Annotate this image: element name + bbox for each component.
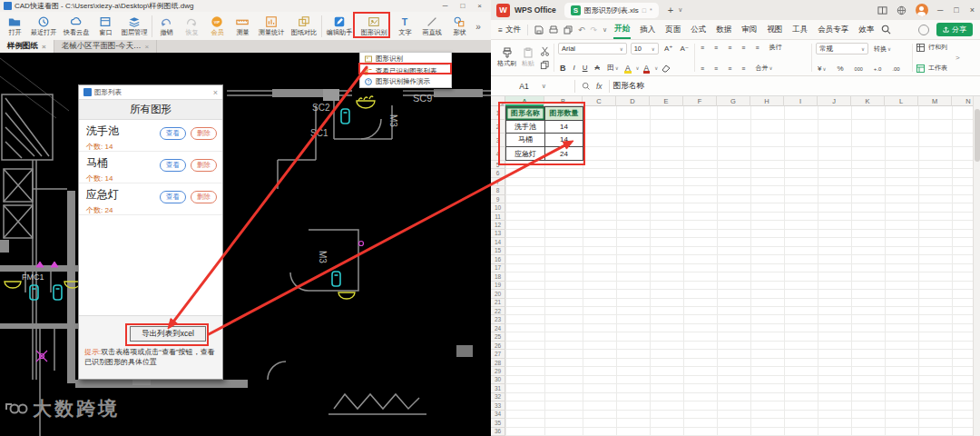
convert-button[interactable]: 转换∨ bbox=[872, 45, 893, 54]
document-tab[interactable]: S 图形识别列表.xls □ * bbox=[564, 3, 659, 18]
cell-A4[interactable]: 应急灯 bbox=[506, 147, 545, 161]
dialog-close-icon[interactable]: × bbox=[213, 88, 218, 97]
row-header-27[interactable]: 27 bbox=[491, 350, 505, 358]
row-header-24[interactable]: 24 bbox=[491, 324, 505, 332]
wrap-text-button[interactable]: 换行 bbox=[767, 43, 783, 52]
cell-B3[interactable]: 14 bbox=[545, 134, 583, 147]
justify-button[interactable]: ≡ bbox=[740, 65, 747, 72]
user-avatar[interactable] bbox=[916, 4, 928, 16]
row-header-9[interactable]: 9 bbox=[491, 195, 505, 203]
align-top-button[interactable]: ≡ bbox=[699, 45, 706, 51]
row-header-15[interactable]: 15 bbox=[491, 247, 505, 255]
wps-menu-开始[interactable]: 开始 bbox=[613, 21, 631, 39]
toolbar-vip-button[interactable]: VIP 会员 bbox=[204, 14, 230, 40]
wps-close-icon[interactable]: × bbox=[970, 5, 975, 15]
row-header-14[interactable]: 14 bbox=[491, 238, 505, 246]
row-header-20[interactable]: 20 bbox=[491, 290, 505, 298]
list-item-sink[interactable]: 洗手池 个数: 14 查看 删除 bbox=[79, 120, 222, 152]
row-header-25[interactable]: 25 bbox=[491, 332, 505, 341]
column-header-E[interactable]: E bbox=[650, 96, 683, 106]
column-header-M[interactable]: M bbox=[918, 96, 952, 106]
vertical-scrollbar[interactable] bbox=[973, 96, 980, 436]
redo-icon[interactable]: ↷ bbox=[591, 25, 598, 35]
toolbar-draw-line-button[interactable]: 画直线 bbox=[417, 14, 446, 40]
wps-menu-效率[interactable]: 效率 bbox=[858, 22, 875, 38]
toolbar-shapes-button[interactable]: 形状 bbox=[446, 14, 472, 40]
wps-minimize-icon[interactable]: ─ bbox=[937, 5, 943, 15]
cell-A3[interactable]: 马桶 bbox=[506, 134, 545, 147]
list-item-toilet[interactable]: 马桶 个数: 14 查看 删除 bbox=[79, 152, 222, 183]
highlight-color-button[interactable]: A bbox=[624, 64, 632, 72]
share-button[interactable]: 分享 bbox=[936, 23, 973, 36]
row-header-28[interactable]: 28 bbox=[491, 359, 505, 367]
copy-icon[interactable] bbox=[564, 25, 573, 35]
tab-pin-icon[interactable]: □ bbox=[642, 7, 646, 14]
menu-item-view-recognized-list[interactable]: 查看已识别图形列表 bbox=[360, 66, 451, 76]
rows-cols-button[interactable]: 行和列 bbox=[916, 43, 951, 52]
increase-indent-button[interactable]: ≡ bbox=[753, 45, 760, 51]
toolbar-text-button[interactable]: T 文字 bbox=[392, 14, 417, 40]
format-painter-button[interactable]: 格式刷 bbox=[497, 47, 516, 68]
cell-B1[interactable]: 图形数量 bbox=[545, 107, 583, 121]
row-header-11[interactable]: 11 bbox=[491, 213, 505, 221]
align-center-button[interactable]: ≡ bbox=[712, 65, 720, 72]
row-header-2[interactable]: 2 bbox=[491, 120, 505, 134]
row-header-35[interactable]: 35 bbox=[491, 419, 505, 427]
decrease-decimal-button[interactable]: .00 bbox=[890, 66, 901, 72]
row-header-1[interactable]: 1 bbox=[491, 106, 505, 120]
formula-content[interactable]: 图形名称 bbox=[613, 81, 644, 92]
row-header-34[interactable]: 34 bbox=[491, 411, 505, 419]
font-size-select[interactable]: 10∨ bbox=[631, 43, 659, 54]
view-button[interactable]: 查看 bbox=[160, 159, 186, 172]
column-header-B[interactable]: B bbox=[544, 96, 583, 106]
toolbar-cloud-button[interactable]: 快看云盘 bbox=[60, 14, 93, 40]
cad-minimize-icon[interactable]: ─ bbox=[443, 2, 448, 10]
underline-button[interactable]: U bbox=[581, 64, 590, 72]
split-view-icon[interactable] bbox=[877, 5, 887, 15]
wps-menu-会员专享[interactable]: 会员专享 bbox=[817, 22, 849, 38]
currency-button[interactable]: ¥∨ bbox=[816, 64, 828, 73]
view-button[interactable]: 查看 bbox=[160, 191, 186, 203]
column-header-G[interactable]: G bbox=[717, 96, 750, 106]
globe-icon[interactable] bbox=[897, 5, 906, 15]
toolbar-measure-button[interactable]: 测量 bbox=[230, 14, 255, 40]
new-tab-button[interactable]: + bbox=[668, 5, 673, 15]
row-header-7[interactable]: 7 bbox=[491, 178, 505, 186]
row-header-23[interactable]: 23 bbox=[491, 315, 505, 323]
toolbar-recent-button[interactable]: 最近打开 bbox=[27, 14, 60, 40]
toolbar-more-icon[interactable]: » bbox=[472, 22, 485, 32]
toolbar-shape-recognition-button[interactable]: 图形识别 bbox=[356, 14, 392, 40]
ribbon-expand-icon[interactable]: > bbox=[954, 42, 962, 74]
wps-menu-审阅[interactable]: 审阅 bbox=[740, 22, 758, 38]
merge-cells-button[interactable]: 合并∨ bbox=[753, 64, 774, 73]
list-item-emergency-light[interactable]: 应急灯 个数: 24 查看 删除 bbox=[79, 183, 222, 215]
wps-menu-数据[interactable]: 数据 bbox=[715, 22, 732, 38]
align-left-button[interactable]: ≡ bbox=[699, 65, 706, 72]
row-header-32[interactable]: 32 bbox=[491, 393, 505, 401]
tab-close-icon[interactable]: × bbox=[145, 43, 150, 51]
number-format-select[interactable]: 常规∨ bbox=[816, 43, 868, 54]
select-all-corner[interactable]: ◢ bbox=[491, 96, 505, 106]
toolbar-layers-button[interactable]: 图层管理 bbox=[118, 14, 151, 40]
output-icon[interactable] bbox=[549, 25, 558, 35]
scrollbar-thumb[interactable] bbox=[975, 109, 980, 162]
undo-icon[interactable]: ↶ bbox=[578, 25, 585, 35]
drawing-tab-1[interactable]: 样例图纸 × bbox=[0, 40, 54, 53]
align-bottom-button[interactable]: ≡ bbox=[726, 45, 733, 51]
row-header-4[interactable]: 4 bbox=[491, 147, 505, 161]
column-header-A[interactable]: A bbox=[505, 96, 544, 106]
column-header-J[interactable]: J bbox=[818, 96, 851, 106]
view-button[interactable]: 查看 bbox=[160, 127, 186, 140]
align-middle-button[interactable]: ≡ bbox=[712, 45, 720, 51]
wps-menu-工具[interactable]: 工具 bbox=[791, 22, 808, 38]
row-header-33[interactable]: 33 bbox=[491, 401, 505, 410]
font-color-button[interactable]: A bbox=[643, 64, 651, 72]
wps-logo[interactable]: W bbox=[496, 4, 510, 17]
toolbar-measure-stats-button[interactable]: 测量统计 bbox=[255, 14, 288, 40]
wps-maximize-icon[interactable]: □ bbox=[954, 5, 958, 15]
percent-button[interactable]: % bbox=[835, 64, 845, 73]
row-header-17[interactable]: 17 bbox=[491, 264, 505, 272]
row-header-36[interactable]: 36 bbox=[491, 428, 505, 436]
align-right-button[interactable]: ≡ bbox=[726, 65, 733, 72]
duplicate-icon[interactable] bbox=[540, 60, 550, 70]
